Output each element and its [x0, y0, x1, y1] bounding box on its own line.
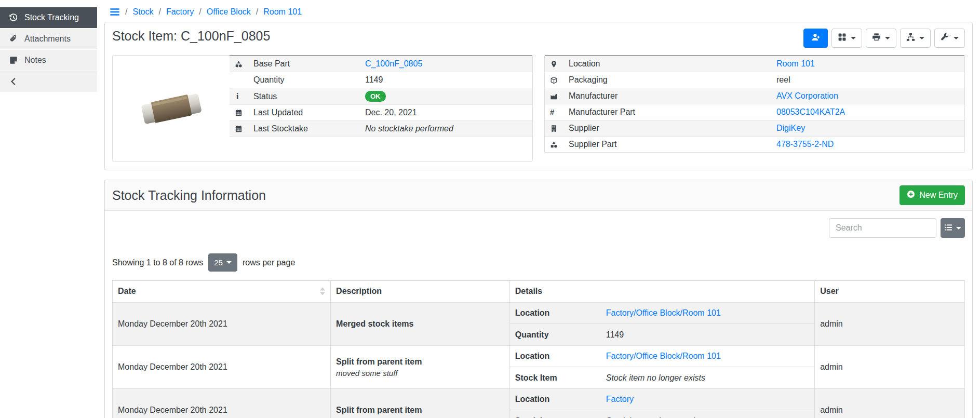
item-sourcing-table: Location Room 101 Packaging reel [545, 56, 964, 153]
industry-icon [550, 91, 558, 100]
admin-actions-button[interactable] [934, 29, 965, 48]
manufacturer-link[interactable]: AVX Corporation [776, 91, 838, 100]
breadcrumb-separator: / [125, 7, 127, 17]
packaging-value: reel [771, 72, 964, 88]
table-row: Supplier Part 478-3755-2-ND [545, 137, 964, 153]
caret-down-icon [851, 37, 856, 39]
breadcrumb-link-office-block[interactable]: Office Block [207, 7, 251, 17]
sidebar-item-label: Notes [24, 56, 46, 65]
sidebar-collapse-button[interactable] [0, 71, 97, 92]
detail-value: 1149 [606, 330, 624, 340]
shapes-icon [235, 59, 243, 68]
detail-location-link[interactable]: Factory/Office Block/Room 101 [606, 308, 721, 318]
pagination-bar: Showing 1 to 8 of 8 rows 25 rows per pag… [112, 253, 965, 272]
item-summary-panel: Base Part C_100nF_0805 Quantity 1149 i S… [112, 55, 533, 161]
row-date: Monday December 20th 2021 [113, 303, 331, 346]
caret-down-icon [956, 227, 961, 230]
base-part-link[interactable]: C_100nF_0805 [365, 59, 422, 68]
detail-value: Stock item no longer exists [606, 373, 705, 383]
box-icon [550, 75, 558, 84]
new-entry-label: New Entry [919, 191, 958, 200]
detail-row: Stock Item Stock item no longer exists [510, 367, 814, 388]
sidebar: Stock Tracking Attachments Notes [0, 0, 97, 418]
info-icon: i [235, 92, 238, 101]
last-updated-value: Dec. 20, 2021 [360, 105, 532, 121]
quantity-value: 1149 [360, 72, 532, 88]
column-header-details: Details [509, 280, 814, 303]
detail-row: Quantity 1149 [510, 324, 814, 345]
list-columns-icon [944, 223, 952, 233]
table-row: Monday December 20th 2021 Split from par… [113, 389, 965, 418]
user-actions-button[interactable] [803, 29, 828, 48]
breadcrumb-link-stock[interactable]: Stock [132, 7, 153, 17]
stock-item-panel: Stock Item: C_100nF_0805 [104, 22, 973, 170]
last-stocktake-value: No stocktake performed [365, 124, 453, 133]
tracking-title: Stock Tracking Information [112, 188, 266, 203]
note-icon [9, 56, 18, 65]
tracking-panel: Stock Tracking Information New Entry [104, 180, 973, 418]
row-date: Monday December 20th 2021 [113, 389, 331, 418]
supplier-link[interactable]: DigiKey [776, 124, 805, 132]
sidebar-item-stock-tracking[interactable]: Stock Tracking [0, 7, 97, 29]
breadcrumb-separator: / [199, 7, 201, 17]
supplier-part-link[interactable]: 478-3755-2-ND [776, 140, 834, 149]
row-user: admin [815, 346, 965, 389]
new-entry-button[interactable]: New Entry [900, 185, 965, 205]
detail-row: Location Factory/Office Block/Room 101 [510, 346, 814, 367]
sidebar-item-notes[interactable]: Notes [0, 50, 97, 71]
field-label: Manufacturer Part [563, 104, 771, 120]
part-thumbnail[interactable] [113, 56, 230, 161]
tracking-panel-header: Stock Tracking Information New Entry [105, 180, 972, 211]
search-input[interactable] [829, 218, 936, 238]
detail-location-link[interactable]: Factory/Office Block/Room 101 [606, 352, 721, 361]
stock-item-panel-header: Stock Item: C_100nF_0805 [105, 22, 972, 52]
caret-down-icon [885, 37, 890, 39]
row-user: admin [815, 389, 965, 418]
manufacturer-part-link[interactable]: 08053C104KAT2A [776, 107, 845, 116]
columns-button[interactable] [941, 218, 965, 238]
map-marker-icon [550, 59, 558, 68]
field-label: Last Stocktake [248, 121, 360, 137]
sidebar-item-attachments[interactable]: Attachments [0, 29, 97, 50]
page-size-button[interactable]: 25 [208, 253, 237, 272]
app-root: Stock Tracking Attachments Notes [0, 0, 980, 418]
field-label: Base Part [248, 56, 360, 72]
caret-down-icon [226, 261, 232, 264]
print-actions-button[interactable] [866, 29, 896, 48]
field-label: Supplier Part [563, 137, 771, 153]
breadcrumb-link-room-101[interactable]: Room 101 [263, 7, 302, 17]
table-row: Packaging reel [545, 72, 964, 88]
breadcrumb-link-factory[interactable]: Factory [166, 7, 194, 17]
sort-icon [320, 288, 325, 295]
item-summary-table: Base Part C_100nF_0805 Quantity 1149 i S… [230, 56, 532, 137]
sidebar-item-label: Attachments [24, 34, 71, 44]
breadcrumb-separator: / [158, 7, 160, 17]
table-row: Last Updated Dec. 20, 2021 [230, 105, 532, 121]
table-row: i Status OK [230, 88, 532, 105]
building-icon [550, 124, 558, 132]
column-label: Details [515, 287, 542, 295]
row-user: admin [815, 303, 965, 346]
item-sourcing-panel: Location Room 101 Packaging reel [544, 55, 965, 153]
shapes-icon [550, 140, 558, 149]
barcode-actions-button[interactable] [831, 29, 862, 48]
detail-row: Stock Item Stock item no longer exists [510, 410, 814, 418]
row-note: moved some stuff [336, 369, 504, 377]
toolbar [803, 29, 965, 48]
detail-location-link[interactable]: Factory [606, 395, 634, 404]
field-label: Supplier [563, 120, 771, 137]
page-size-value: 25 [214, 258, 223, 267]
stock-actions-button[interactable] [900, 29, 931, 48]
field-label: Quantity [248, 72, 360, 88]
column-label: User [820, 287, 839, 295]
main-content: / Stock / Factory / Office Block / Room … [97, 0, 980, 418]
field-label: Last Updated [248, 105, 360, 121]
menu-icon[interactable] [110, 7, 120, 17]
location-link[interactable]: Room 101 [776, 59, 815, 68]
capacitor-image [137, 86, 206, 131]
calendar-icon [235, 124, 243, 133]
column-label: Description [336, 287, 382, 295]
row-description: Split from parent item [331, 389, 510, 418]
column-header-date[interactable]: Date [113, 280, 331, 303]
history-icon [9, 13, 18, 22]
